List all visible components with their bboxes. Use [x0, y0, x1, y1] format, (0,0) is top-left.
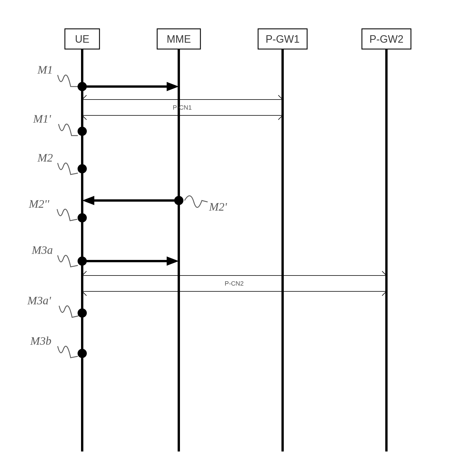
actor-pgw2: P-GW2 — [362, 29, 411, 49]
actor-ue: UE — [65, 29, 99, 49]
squiggle-icon — [59, 124, 78, 136]
label-m2: M2 — [37, 151, 53, 164]
squiggle-icon — [58, 163, 78, 175]
label-m2-dprime: M2'' — [29, 197, 50, 210]
band-label-pcn1: P-CN1 — [173, 104, 192, 111]
squiggle-icon — [59, 306, 78, 317]
band-label-pcn2: P-CN2 — [225, 280, 244, 287]
label-m1: M1 — [37, 63, 53, 76]
arrow-m2p-mme-to-ue — [82, 196, 179, 205]
event-m2 — [78, 164, 87, 173]
squiggle-icon — [185, 196, 208, 207]
label-m1-prime: M1' — [33, 112, 51, 125]
sequence-diagram: UE MME P-GW1 P-GW2 M1 P-CN1 M1' M2 — [0, 0, 449, 476]
arrow-m1-ue-to-mme — [82, 82, 179, 91]
actor-mme: MME — [157, 29, 200, 49]
squiggle-icon — [58, 75, 78, 87]
squiggle-icon — [58, 346, 78, 358]
arrow-m3a-ue-to-mme — [82, 256, 179, 266]
event-m3b — [78, 349, 87, 358]
svg-marker-15 — [167, 256, 179, 266]
event-m1-prime — [78, 127, 87, 136]
svg-marker-9 — [167, 82, 179, 91]
label-m3b: M3b — [30, 334, 51, 347]
squiggle-icon — [57, 209, 77, 221]
svg-text:P-GW2: P-GW2 — [369, 33, 403, 45]
svg-text:P-GW1: P-GW1 — [266, 33, 300, 45]
svg-marker-13 — [82, 196, 94, 205]
actor-pgw1: P-GW1 — [258, 29, 307, 49]
label-m3a-prime: M3a' — [27, 294, 51, 307]
event-m3a-prime — [78, 308, 87, 318]
label-m3a: M3a — [31, 243, 53, 256]
band-pcn1: P-CN1 — [82, 95, 283, 120]
band-pcn2: P-CN2 — [82, 271, 386, 296]
svg-text:UE: UE — [75, 33, 89, 45]
event-m2-dprime — [78, 213, 87, 222]
label-m2-prime: M2' — [209, 200, 227, 213]
svg-text:MME: MME — [167, 33, 191, 45]
squiggle-icon — [58, 255, 78, 267]
